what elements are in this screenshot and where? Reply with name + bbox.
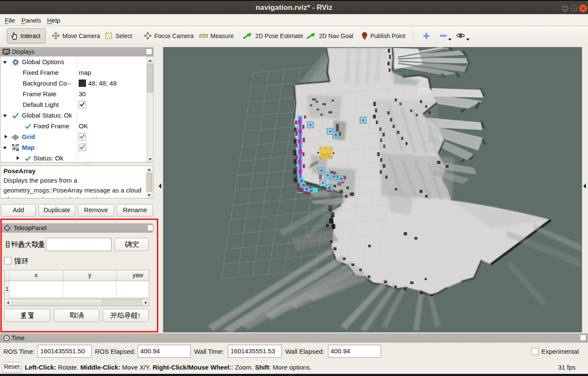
svg-text:!: ! xyxy=(138,312,140,319)
